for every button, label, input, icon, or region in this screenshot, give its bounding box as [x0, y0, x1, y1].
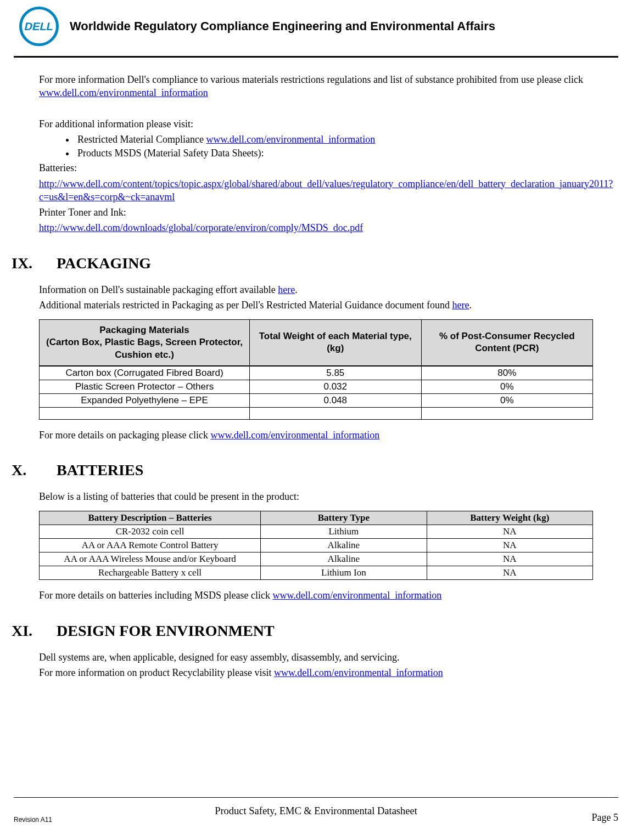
list-item: Restricted Material Compliance www.dell.… — [75, 133, 593, 146]
col-header: Total Weight of each Material type, (kg) — [250, 320, 421, 366]
cell: 0.032 — [250, 380, 421, 393]
section-title: DESIGN FOR ENVIRONMENT — [57, 622, 275, 640]
cell: Alkaline — [261, 539, 427, 553]
text: Information on Dell's sustainable packag… — [39, 284, 278, 295]
cell: Alkaline — [261, 553, 427, 566]
text: For more details on batteries including … — [39, 590, 272, 601]
batteries-p2: For more details on batteries including … — [39, 589, 593, 602]
table-row: CR-2032 coin cellLithiumNA — [40, 525, 593, 539]
packaging-here-link-2[interactable]: here — [452, 300, 469, 311]
packaging-here-link-1[interactable]: here — [278, 284, 295, 295]
table-row: AA or AAA Wireless Mouse and/or Keyboard… — [40, 553, 593, 566]
printer-label: Printer Toner and Ink: — [39, 206, 593, 219]
cell: Lithium Ion — [261, 566, 427, 580]
col-header: Battery Description – Batteries — [40, 511, 261, 525]
table-row — [40, 407, 593, 419]
printer-link-line: http://www.dell.com/downloads/global/cor… — [39, 221, 593, 234]
env-info-link[interactable]: www.dell.com/environmental_information — [39, 87, 208, 98]
page-content: For more information Dell's compliance t… — [14, 58, 618, 679]
table-row: Expanded Polyethylene – EPE0.0480% — [40, 393, 593, 407]
footer-title: Product Safety, EMC & Environmental Data… — [14, 805, 618, 817]
cell: Lithium — [261, 525, 427, 539]
intro-paragraph-2: For additional information please visit: — [39, 117, 593, 131]
design-env-p1: Dell systems are, when applicable, desig… — [39, 651, 593, 664]
section-title: PACKAGING — [57, 255, 151, 272]
intro-bullet-list: Restricted Material Compliance www.dell.… — [39, 133, 593, 160]
page-header: DELL Worldwide Regulatory Compliance Eng… — [14, 7, 618, 46]
footer-revision: Revision A11 — [14, 816, 52, 824]
batteries-label: Batteries: — [39, 161, 593, 174]
packaging-table: Packaging Materials (Carton Box, Plastic… — [39, 319, 593, 419]
section-number: IX. — [12, 255, 44, 272]
text: . — [469, 300, 472, 311]
cell: 0.048 — [250, 393, 421, 407]
batteries-table: Battery Description – Batteries Battery … — [39, 511, 593, 580]
packaging-p2: Additional materials restricted in Packa… — [39, 298, 593, 312]
intro-paragraph-1: For more information Dell's compliance t… — [39, 73, 593, 100]
footer-divider — [14, 797, 618, 798]
cell — [421, 407, 593, 419]
text: For more details on packaging please cli… — [39, 430, 210, 441]
table-row: Rechargeable Battery x cellLithium IonNA — [40, 566, 593, 580]
text: For more information Dell's compliance t… — [39, 74, 583, 85]
col-header: Battery Weight (kg) — [427, 511, 592, 525]
cell: 0% — [421, 380, 593, 393]
env-info-link[interactable]: www.dell.com/environmental_information — [272, 590, 441, 601]
page-footer: Product Safety, EMC & Environmental Data… — [14, 797, 618, 824]
cell: CR-2032 coin cell — [40, 525, 261, 539]
table-row: AA or AAA Remote Control BatteryAlkaline… — [40, 539, 593, 553]
section-heading-packaging: IX. PACKAGING — [12, 255, 593, 272]
env-info-link[interactable]: www.dell.com/environmental_information — [206, 134, 375, 145]
cell: Rechargeable Battery x cell — [40, 566, 261, 580]
packaging-p3: For more details on packaging please cli… — [39, 429, 593, 442]
text: . — [295, 284, 298, 295]
text: Restricted Material Compliance — [77, 134, 206, 145]
cell: Expanded Polyethylene – EPE — [40, 393, 250, 407]
cell — [40, 407, 250, 419]
cell: NA — [427, 539, 592, 553]
batteries-link[interactable]: http://www.dell.com/content/topics/topic… — [39, 178, 613, 202]
text: Additional materials restricted in Packa… — [39, 300, 452, 311]
env-info-link[interactable]: www.dell.com/environmental_information — [210, 430, 379, 441]
list-item: Products MSDS (Material Safety Data Shee… — [75, 146, 593, 160]
dell-logo-text: DELL — [23, 20, 54, 33]
printer-msds-link[interactable]: http://www.dell.com/downloads/global/cor… — [39, 222, 363, 233]
section-title: BATTERIES — [57, 461, 143, 479]
env-info-link[interactable]: www.dell.com/environmental_information — [274, 667, 443, 678]
col-header: Packaging Materials (Carton Box, Plastic… — [40, 320, 250, 366]
design-env-p2: For more information on product Recyclab… — [39, 666, 593, 679]
text: For more information on product Recyclab… — [39, 667, 274, 678]
table-row: Carton box (Corrugated Fibred Board)5.85… — [40, 366, 593, 380]
cell: NA — [427, 525, 592, 539]
cell: Plastic Screen Protector – Others — [40, 380, 250, 393]
section-heading-batteries: X. BATTERIES — [12, 461, 593, 479]
section-number: X. — [12, 461, 44, 479]
cell: 5.85 — [250, 366, 421, 380]
text: (Carton Box, Plastic Bags, Screen Protec… — [45, 336, 244, 360]
col-header: % of Post-Consumer Recycled Content (PCR… — [421, 320, 593, 366]
cell: NA — [427, 566, 592, 580]
cell: Carton box (Corrugated Fibred Board) — [40, 366, 250, 380]
col-header: Battery Type — [261, 511, 427, 525]
table-row: Plastic Screen Protector – Others0.0320% — [40, 380, 593, 393]
text: Packaging Materials — [45, 324, 244, 336]
batteries-p1: Below is a listing of batteries that cou… — [39, 490, 593, 503]
section-number: XI. — [12, 622, 44, 640]
cell: AA or AAA Remote Control Battery — [40, 539, 261, 553]
header-title: Worldwide Regulatory Compliance Engineer… — [70, 19, 495, 33]
section-heading-design-env: XI. DESIGN FOR ENVIRONMENT — [12, 622, 593, 640]
cell: 80% — [421, 366, 593, 380]
cell: AA or AAA Wireless Mouse and/or Keyboard — [40, 553, 261, 566]
cell: 0% — [421, 393, 593, 407]
cell: NA — [427, 553, 592, 566]
cell — [250, 407, 421, 419]
dell-logo-icon: DELL — [19, 7, 59, 46]
packaging-p1: Information on Dell's sustainable packag… — [39, 283, 593, 296]
batteries-link-line: http://www.dell.com/content/topics/topic… — [39, 177, 593, 204]
